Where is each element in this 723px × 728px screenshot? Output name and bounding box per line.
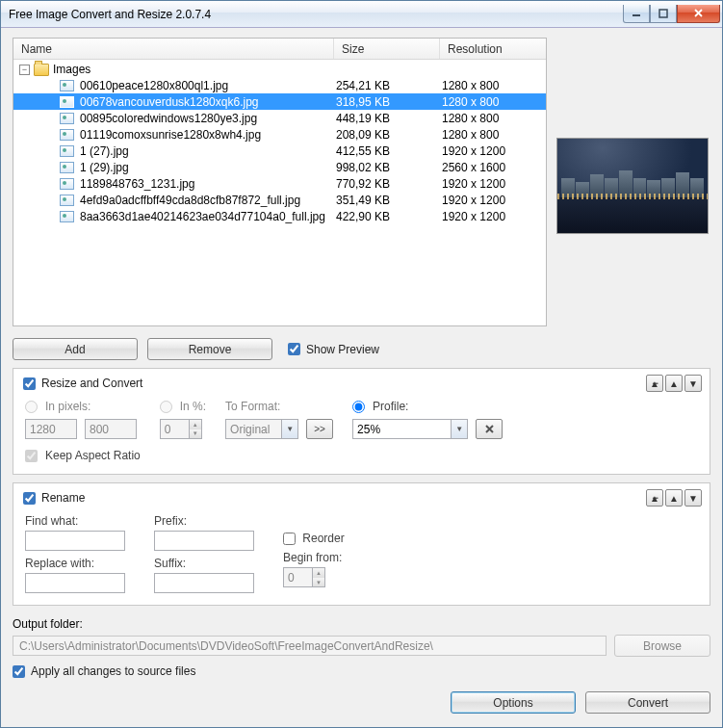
- resize-section: Resize and Convert ▲▔ ▲ ▼ In pixels:: [13, 368, 710, 475]
- column-headers[interactable]: Name Size Resolution: [13, 39, 546, 60]
- section-down-button[interactable]: ▼: [684, 489, 702, 507]
- section-down-button[interactable]: ▼: [684, 375, 702, 392]
- image-file-icon: [60, 129, 74, 141]
- apply-all-checkbox[interactable]: Apply all changes to source files: [13, 664, 710, 678]
- image-file-icon: [60, 195, 74, 206]
- resize-checkbox[interactable]: Resize and Convert: [23, 377, 142, 390]
- in-percent-radio[interactable]: In %:: [160, 400, 206, 413]
- section-up-button[interactable]: ▲: [665, 375, 683, 392]
- file-resolution: 1280 x 800: [440, 94, 546, 110]
- find-what-label: Find what:: [25, 514, 125, 528]
- options-button[interactable]: Options: [451, 691, 576, 714]
- prefix-label: Prefix:: [154, 514, 254, 528]
- file-resolution: 1920 x 1200: [440, 143, 546, 159]
- file-name: 1 (27).jpg: [78, 143, 334, 159]
- table-row[interactable]: 8aa3663d1ae40214623ae034d77104a0_full.jp…: [13, 208, 546, 224]
- close-button[interactable]: [677, 5, 720, 23]
- file-name: 4efd9a0adcffbff49cda8d8cfb87f872_full.jp…: [78, 193, 334, 208]
- find-what-input[interactable]: [25, 531, 125, 551]
- image-file-icon: [60, 113, 74, 124]
- folder-label: Images: [53, 63, 90, 76]
- chevron-down-icon[interactable]: ▼: [313, 578, 324, 587]
- table-row[interactable]: 4efd9a0adcffbff49cda8d8cfb87f872_full.jp…: [13, 192, 546, 208]
- begin-from-spinner[interactable]: ▲▼: [283, 567, 325, 587]
- file-size: 351,49 KB: [334, 193, 440, 208]
- image-file-icon: [60, 178, 74, 190]
- preview-image: [556, 138, 709, 234]
- browse-button[interactable]: Browse: [614, 635, 710, 657]
- suffix-label: Suffix:: [154, 557, 254, 570]
- file-size: 318,95 KB: [334, 94, 440, 110]
- prefix-input[interactable]: [154, 531, 254, 551]
- reorder-checkbox[interactable]: Reorder: [283, 532, 345, 545]
- file-resolution: 1280 x 800: [440, 111, 546, 126]
- folder-row[interactable]: − Images: [13, 62, 546, 77]
- col-resolution[interactable]: Resolution: [440, 39, 546, 59]
- chevron-down-icon: ▼: [451, 420, 467, 438]
- file-size: 412,55 KB: [334, 143, 440, 159]
- add-button[interactable]: Add: [13, 338, 138, 360]
- svg-rect-0: [633, 14, 640, 16]
- profile-radio[interactable]: Profile:: [352, 400, 503, 413]
- section-top-button[interactable]: ▲▔: [646, 489, 663, 507]
- table-row[interactable]: 1 (29).jpg998,02 KB2560 x 1600: [13, 159, 546, 175]
- chevron-up-icon[interactable]: ▲: [313, 568, 324, 578]
- collapse-icon[interactable]: −: [19, 65, 30, 75]
- image-file-icon: [60, 162, 74, 173]
- maximize-button[interactable]: [650, 5, 677, 23]
- chevron-down-icon[interactable]: ▼: [190, 429, 201, 439]
- show-preview-input[interactable]: [288, 343, 300, 355]
- keep-aspect-checkbox[interactable]: Keep Aspect Ratio: [25, 449, 141, 462]
- image-file-icon: [60, 96, 74, 108]
- file-size: 422,90 KB: [334, 209, 440, 224]
- width-input[interactable]: [25, 419, 77, 439]
- convert-button[interactable]: Convert: [585, 691, 710, 714]
- rename-section: Rename ▲▔ ▲ ▼ Find what: Replace with: P…: [13, 482, 710, 606]
- table-row[interactable]: 01119comoxsunrise1280x8wh4.jpg208,09 KB1…: [13, 126, 546, 143]
- col-name[interactable]: Name: [13, 39, 334, 59]
- table-row[interactable]: 00895coloredwindows1280ye3.jpg448,19 KB1…: [13, 110, 546, 126]
- profile-delete-button[interactable]: [476, 419, 503, 439]
- replace-with-input[interactable]: [25, 573, 125, 593]
- file-tree[interactable]: − Images 00610peace1280x800ql1.jpg254,21…: [13, 60, 546, 325]
- file-size: 770,92 KB: [334, 176, 440, 192]
- to-format-label: To Format:: [225, 400, 280, 413]
- file-name: 00678vancouverdusk1280xqk6.jpg: [78, 94, 334, 110]
- folder-icon: [34, 64, 49, 76]
- file-size: 448,19 KB: [334, 111, 440, 126]
- suffix-input[interactable]: [154, 573, 254, 593]
- remove-button[interactable]: Remove: [147, 338, 272, 360]
- app-window: Free Image Convert and Resize 2.0.7.4 Na…: [0, 0, 723, 728]
- profile-combo[interactable]: 25%▼: [352, 419, 468, 439]
- file-resolution: 1920 x 1200: [440, 176, 546, 192]
- in-pixels-radio[interactable]: In pixels:: [25, 400, 141, 413]
- begin-from-label: Begin from:: [283, 551, 345, 564]
- window-title: Free Image Convert and Resize 2.0.7.4: [9, 8, 623, 21]
- chevron-down-icon: ▼: [281, 420, 297, 438]
- table-row[interactable]: 1189848763_1231.jpg770,92 KB1920 x 1200: [13, 175, 546, 192]
- file-size: 998,02 KB: [334, 160, 440, 175]
- section-up-button[interactable]: ▲: [665, 489, 683, 507]
- percent-spinner[interactable]: ▲▼: [160, 419, 202, 439]
- table-row[interactable]: 00678vancouverdusk1280xqk6.jpg318,95 KB1…: [13, 93, 546, 110]
- svg-rect-1: [659, 10, 667, 17]
- table-row[interactable]: 1 (27).jpg412,55 KB1920 x 1200: [13, 143, 546, 159]
- file-list-panel: Name Size Resolution − Images 00610peace…: [13, 38, 547, 326]
- table-row[interactable]: 00610peace1280x800ql1.jpg254,21 KB1280 x…: [13, 77, 546, 93]
- rename-checkbox[interactable]: Rename: [23, 491, 85, 505]
- chevron-up-icon[interactable]: ▲: [190, 420, 201, 429]
- show-preview-checkbox[interactable]: Show Preview: [288, 343, 379, 356]
- file-name: 1189848763_1231.jpg: [78, 176, 334, 192]
- format-combo[interactable]: Original▼: [225, 419, 298, 439]
- image-file-icon: [60, 145, 74, 157]
- titlebar[interactable]: Free Image Convert and Resize 2.0.7.4: [1, 1, 722, 28]
- format-more-button[interactable]: >>: [306, 419, 333, 439]
- section-top-button[interactable]: ▲▔: [646, 375, 663, 392]
- file-resolution: 1920 x 1200: [440, 193, 546, 208]
- output-folder-input[interactable]: [13, 636, 607, 656]
- minimize-button[interactable]: [623, 5, 650, 23]
- height-input[interactable]: [85, 419, 137, 439]
- file-name: 1 (29).jpg: [78, 160, 334, 175]
- image-file-icon: [60, 211, 74, 222]
- col-size[interactable]: Size: [334, 39, 440, 59]
